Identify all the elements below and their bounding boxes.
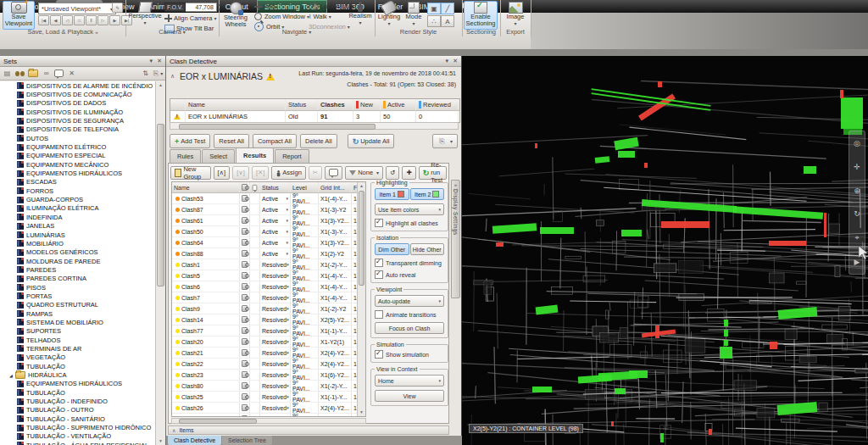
clash-row[interactable]: Clash14Resolved▾9º PAVI...X2(5)-Y2...14 bbox=[172, 314, 365, 325]
status-cell[interactable]: Resolved▾ bbox=[260, 381, 291, 391]
transparent-dimming-checkbox[interactable]: Transparent dimming bbox=[375, 259, 444, 267]
orbit-icon[interactable]: ↻ bbox=[854, 209, 860, 218]
tree-item[interactable]: SUPORTES bbox=[0, 327, 155, 336]
results-hscrollbar[interactable] bbox=[171, 418, 366, 424]
view-button[interactable]: View bbox=[375, 390, 444, 402]
tree-item[interactable]: SISTEMA DE MOBILIÁRIO bbox=[0, 318, 155, 326]
viewpoint-cell[interactable] bbox=[240, 204, 250, 214]
steering-wheel-icon[interactable]: ◎ bbox=[854, 139, 860, 147]
viewpoint-cell[interactable] bbox=[240, 381, 250, 391]
explode-group-button[interactable]: [✕] bbox=[252, 166, 269, 180]
col-name[interactable]: Name bbox=[172, 182, 240, 192]
sets-panel-title-bar[interactable]: Sets ▾✕ bbox=[0, 56, 165, 67]
playback-icon-1[interactable]: ◀ bbox=[50, 15, 61, 25]
auto-reveal-checkbox[interactable]: Auto reveal bbox=[375, 270, 444, 279]
reset-all-button[interactable]: Reset All bbox=[214, 134, 249, 148]
tree-item[interactable]: TUBULAÇÃO bbox=[0, 388, 155, 397]
tree-item[interactable]: INDEFINIDA bbox=[0, 213, 155, 221]
new-group-button[interactable]: New Group bbox=[170, 166, 211, 180]
group-label[interactable]: Sectioning bbox=[462, 28, 500, 36]
dim-other-button[interactable]: Dim Other bbox=[375, 243, 409, 255]
viewpoint-cell[interactable] bbox=[240, 215, 250, 225]
realism-button[interactable]: Realism▾ bbox=[348, 1, 373, 30]
filter-dropdown[interactable]: None bbox=[345, 166, 383, 180]
status-cell[interactable]: Resolved▾ bbox=[260, 337, 291, 347]
hide-other-button[interactable]: Hide Other bbox=[410, 243, 445, 255]
scrollbar-thumb[interactable] bbox=[179, 419, 257, 424]
status-cell[interactable]: Resolved▾ bbox=[260, 259, 291, 270]
viewport-3d[interactable]: ◎ ✛ ⊕ ↻ ⌖ ▶ X2(5)-Y2(21) : CONTAINER LEV… bbox=[462, 56, 868, 445]
tab-select[interactable]: Select bbox=[202, 149, 235, 163]
highlight-all-checkbox[interactable]: Highlight all clashes bbox=[375, 219, 444, 227]
col-level[interactable]: Level bbox=[291, 182, 319, 192]
viewpoint-cell[interactable] bbox=[240, 270, 250, 281]
status-cell[interactable]: Resolved▾ bbox=[260, 370, 291, 380]
tree-item[interactable]: EQUIPAMENTO MECÂNICO bbox=[0, 160, 155, 169]
fov-field[interactable]: F.O.V. 47,708 ▴▾ bbox=[164, 2, 220, 12]
group-label[interactable]: Render Style bbox=[375, 28, 462, 36]
ungroup-button[interactable]: [∨] bbox=[232, 166, 249, 180]
clash-row[interactable]: Clash9Resolved▾9º PAVI...X1(-2)-Y214 bbox=[172, 303, 365, 314]
context-mode-select[interactable]: Home▾ bbox=[375, 375, 444, 387]
close-icon[interactable]: ✕ bbox=[453, 58, 458, 64]
clash-row[interactable]: Clash25Resolved▾9º PAVI...X1(-1)-Y...14 bbox=[172, 392, 365, 403]
tree-item[interactable]: TUBULAÇÃO - SANITÁRIO bbox=[0, 414, 155, 423]
tree-item[interactable]: ESCADAS bbox=[0, 178, 155, 186]
tree-item[interactable]: DUTOS bbox=[0, 134, 155, 142]
undo-icon-button[interactable]: ↺ bbox=[386, 166, 399, 180]
status-cell[interactable]: Resolved▾ bbox=[260, 392, 291, 402]
clash-row[interactable]: Clash64Active▾9º PAVI...X1(3)-Y2...14 bbox=[172, 237, 365, 248]
tree-item[interactable]: QUADRO ESTRUTURAL bbox=[0, 301, 155, 309]
tree-item[interactable]: TUBULAÇÃO - INDEFINIDO bbox=[0, 397, 155, 405]
viewpoint-cell[interactable] bbox=[240, 337, 250, 347]
enable-sectioning-button[interactable]: Enable Sectioning bbox=[464, 1, 498, 30]
pan-icon[interactable]: ✛ bbox=[854, 163, 860, 171]
compact-all-button[interactable]: Compact All bbox=[253, 134, 297, 148]
assign-button[interactable]: Assign bbox=[271, 166, 306, 180]
lighting-button[interactable]: Lighting▾ bbox=[376, 1, 402, 30]
status-cell[interactable]: Resolved▾ bbox=[260, 292, 291, 303]
item1-button[interactable]: Item 1 bbox=[375, 188, 409, 200]
col-status[interactable]: Status bbox=[286, 99, 318, 110]
bottom-tab-selection-tree[interactable]: Selection Tree bbox=[222, 436, 272, 445]
tree-item[interactable]: RAMPAS bbox=[0, 309, 155, 318]
delete-set-icon[interactable]: ✕ bbox=[67, 70, 76, 78]
tree-item[interactable]: PAREDES bbox=[0, 265, 155, 274]
col-reviewed[interactable]: Reviewed bbox=[416, 99, 459, 110]
tree-item[interactable]: EQUIPAMENTO ELÉTRICO bbox=[0, 142, 155, 151]
rerun-test-button[interactable]: ↻Re-run Test bbox=[419, 166, 447, 180]
test-table-hscrollbar[interactable] bbox=[170, 122, 459, 130]
tree-item[interactable]: MOLDURAS DE PAREDE bbox=[0, 257, 155, 265]
tree-item[interactable]: JANELAS bbox=[0, 222, 155, 231]
clash-row[interactable]: Clash77Resolved▾9º PAVI...X1(-1)-Y...18 bbox=[172, 325, 365, 337]
tab-report[interactable]: Report bbox=[275, 149, 309, 163]
viewpoint-cell[interactable] bbox=[240, 237, 250, 248]
edit-viewpoints-icon[interactable]: ✎ bbox=[112, 3, 123, 13]
playback-icon-0[interactable]: |◀ bbox=[38, 15, 49, 25]
tree-item[interactable]: TUBULAÇÃO - ÁGUA FRIA RESIDENCIAL bbox=[0, 441, 155, 445]
viewpoint-cell[interactable] bbox=[240, 403, 250, 413]
image-export-button[interactable]: Image▾ bbox=[502, 1, 529, 30]
delete-all-button[interactable]: Delete All bbox=[300, 134, 337, 148]
tree-item[interactable]: TUBULAÇÃO - SUPRIMENTO HIDRÔNICO bbox=[0, 423, 155, 431]
save-selection-icon[interactable]: ▤ bbox=[3, 70, 12, 78]
add-comment-icon-button[interactable]: ✚ bbox=[402, 166, 415, 180]
col-status[interactable]: Status bbox=[260, 182, 291, 192]
fov-value[interactable]: 47,708 bbox=[186, 3, 217, 12]
new-folder-icon[interactable] bbox=[28, 70, 38, 77]
steering-wheels-button[interactable]: Steering Wheels bbox=[220, 1, 251, 30]
col-clashes[interactable]: Clashes bbox=[318, 99, 353, 110]
status-cell[interactable]: Active▾ bbox=[260, 204, 291, 214]
tab-rules[interactable]: Rules bbox=[170, 149, 201, 163]
status-cell[interactable]: Active▾ bbox=[260, 248, 291, 259]
viewpoint-cell[interactable] bbox=[240, 370, 250, 380]
close-icon[interactable]: ✕ bbox=[157, 58, 162, 64]
scroll-up-icon[interactable]: ▲ bbox=[156, 81, 165, 89]
tree-item[interactable]: TERMINAIS DE AR bbox=[0, 344, 155, 353]
tree-item[interactable]: PORTAS bbox=[0, 292, 155, 300]
status-cell[interactable]: Active▾ bbox=[260, 237, 291, 248]
playback-icon-6[interactable]: ▶ bbox=[109, 15, 120, 25]
tree-item[interactable]: DISPOSITIVOS DE TELEFONIA bbox=[0, 125, 155, 134]
clash-row[interactable]: Clash7Resolved▾9º PAVI...X1(-4)-Y...14 bbox=[172, 292, 365, 303]
viewpoint-mode-select[interactable]: Auto-update▾ bbox=[375, 295, 444, 307]
